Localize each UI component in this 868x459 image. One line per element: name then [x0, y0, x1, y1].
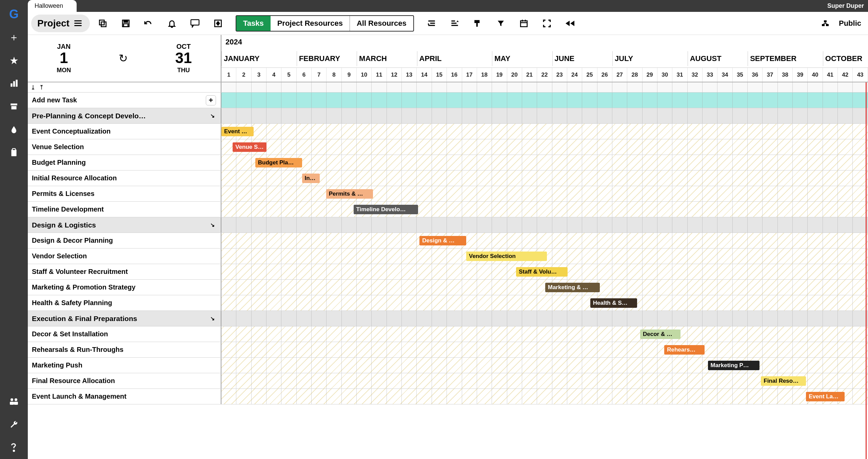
task-label[interactable]: Health & Safety Planning: [28, 295, 221, 311]
task-bar[interactable]: Final Reso…: [761, 376, 806, 386]
clipboard-icon[interactable]: [7, 146, 21, 159]
task-label[interactable]: Marketing Push: [28, 358, 221, 373]
undo-icon[interactable]: [141, 16, 156, 31]
collapse-icon[interactable]: ↘: [210, 315, 215, 322]
group-label[interactable]: Design & Logistics↘: [28, 217, 221, 233]
copy-icon[interactable]: [95, 16, 110, 31]
task-row: Budget PlanningBudget Pla…: [28, 155, 868, 171]
task-bar[interactable]: Decor & …: [640, 330, 680, 339]
timeline-header[interactable]: 2024 JANUARYFEBRUARYMARCHAPRILMAYJUNEJUL…: [221, 35, 868, 82]
task-label[interactable]: Vendor Selection: [28, 248, 221, 264]
add-icon[interactable]: ＋: [7, 31, 21, 44]
week-header: 11: [372, 68, 387, 82]
task-bar[interactable]: Event …: [221, 127, 254, 136]
task-timeline[interactable]: Health & S…: [221, 295, 868, 311]
task-timeline[interactable]: Budget Pla…: [221, 155, 868, 170]
collapse-icon[interactable]: ↘: [210, 113, 215, 119]
task-timeline[interactable]: [221, 108, 868, 123]
task-label[interactable]: Final Resource Allocation: [28, 373, 221, 388]
task-bar[interactable]: Marketing P…: [708, 361, 760, 370]
add-task-label[interactable]: Add new Task+: [28, 93, 221, 108]
project-button[interactable]: Project: [31, 15, 90, 32]
task-timeline[interactable]: [221, 311, 868, 326]
task-timeline[interactable]: Event La…: [221, 389, 868, 404]
share-icon[interactable]: [818, 16, 833, 31]
task-label[interactable]: Event Launch & Management: [28, 389, 221, 404]
project-tab[interactable]: Halloween: [28, 0, 77, 12]
group-label[interactable]: Execution & Final Preparations↘: [28, 311, 221, 326]
task-timeline[interactable]: Final Reso…: [221, 373, 868, 388]
task-timeline[interactable]: Design & …: [221, 233, 868, 248]
wrench-icon[interactable]: [7, 418, 21, 431]
refresh-icon[interactable]: ↻: [119, 52, 128, 65]
start-date[interactable]: JAN 1 MON: [57, 43, 71, 74]
task-bar[interactable]: Design & …: [419, 236, 466, 245]
task-timeline[interactable]: Permits & …: [221, 186, 868, 201]
task-timeline[interactable]: [221, 93, 868, 108]
calendar-icon[interactable]: [516, 16, 531, 31]
task-bar[interactable]: Marketing & …: [545, 283, 600, 292]
expand-all-icon[interactable]: ⤓: [31, 84, 36, 91]
task-bar[interactable]: Rehears…: [664, 345, 705, 355]
task-label[interactable]: Permits & Licenses: [28, 186, 221, 201]
end-date[interactable]: OCT 31 THU: [175, 43, 192, 74]
task-label[interactable]: Marketing & Promotion Strategy: [28, 280, 221, 295]
collapse-all-icon[interactable]: ⤒: [39, 84, 44, 91]
app-logo-icon[interactable]: G: [7, 7, 21, 21]
task-bar[interactable]: In…: [302, 174, 320, 183]
star-icon[interactable]: ★: [7, 54, 21, 67]
account-name[interactable]: Super Duper: [827, 2, 864, 9]
task-label[interactable]: Timeline Development: [28, 202, 221, 217]
chart-icon[interactable]: [7, 77, 21, 90]
comment-icon[interactable]: [188, 16, 202, 31]
task-bar[interactable]: Venue S…: [233, 142, 267, 152]
task-bar[interactable]: Vendor Selection: [466, 252, 547, 261]
format-icon[interactable]: [470, 16, 485, 31]
task-label[interactable]: Initial Resource Allocation: [28, 171, 221, 186]
task-timeline[interactable]: Timeline Develo…: [221, 202, 868, 217]
task-bar[interactable]: Timeline Develo…: [354, 205, 418, 214]
task-timeline[interactable]: Staff & Volu…: [221, 264, 868, 279]
sort-icon[interactable]: [447, 16, 462, 31]
public-label[interactable]: Public: [839, 19, 861, 28]
menu-icon: [74, 20, 82, 26]
task-bar[interactable]: Staff & Volu…: [516, 267, 568, 277]
task-label[interactable]: Budget Planning: [28, 155, 221, 170]
task-timeline[interactable]: [221, 217, 868, 233]
collapse-icon[interactable]: ↘: [210, 222, 215, 228]
save-icon[interactable]: [118, 16, 133, 31]
people-icon[interactable]: [7, 395, 21, 408]
task-bar[interactable]: Health & S…: [590, 298, 637, 308]
task-label[interactable]: Staff & Volunteer Recruitment: [28, 264, 221, 279]
task-label[interactable]: Decor & Set Installation: [28, 326, 221, 342]
task-timeline[interactable]: In…: [221, 171, 868, 186]
help-icon[interactable]: [7, 441, 21, 454]
add-task-button[interactable]: +: [206, 95, 216, 105]
task-timeline[interactable]: Marketing P…: [221, 358, 868, 373]
indent-icon[interactable]: [424, 16, 439, 31]
task-label[interactable]: Design & Decor Planning: [28, 233, 221, 248]
tab-all-resources[interactable]: All Resources: [350, 16, 413, 31]
drop-icon[interactable]: [7, 123, 21, 136]
task-label[interactable]: Rehearsals & Run-Throughs: [28, 342, 221, 357]
rewind-icon[interactable]: [563, 16, 577, 31]
task-bar[interactable]: Event La…: [806, 392, 845, 401]
task-bar[interactable]: Permits & …: [326, 189, 373, 199]
milestone-icon[interactable]: [211, 16, 225, 31]
archive-icon[interactable]: [7, 100, 21, 113]
task-label[interactable]: Event Conceptualization: [28, 124, 221, 139]
task-timeline[interactable]: Event …: [221, 124, 868, 139]
filter-icon[interactable]: [493, 16, 508, 31]
tab-project-resources[interactable]: Project Resources: [271, 16, 350, 31]
task-timeline[interactable]: Rehears…: [221, 342, 868, 357]
task-bar[interactable]: Budget Pla…: [255, 158, 302, 167]
tab-tasks[interactable]: Tasks: [236, 16, 271, 31]
fullscreen-icon[interactable]: [539, 16, 554, 31]
group-label[interactable]: Pre-Planning & Concept Develo…↘: [28, 108, 221, 123]
task-timeline[interactable]: Vendor Selection: [221, 248, 868, 264]
task-timeline[interactable]: Decor & …: [221, 326, 868, 342]
task-label[interactable]: Venue Selection: [28, 139, 221, 155]
task-timeline[interactable]: Marketing & …: [221, 280, 868, 295]
bell-icon[interactable]: [164, 16, 179, 31]
task-timeline[interactable]: Venue S…: [221, 139, 868, 155]
